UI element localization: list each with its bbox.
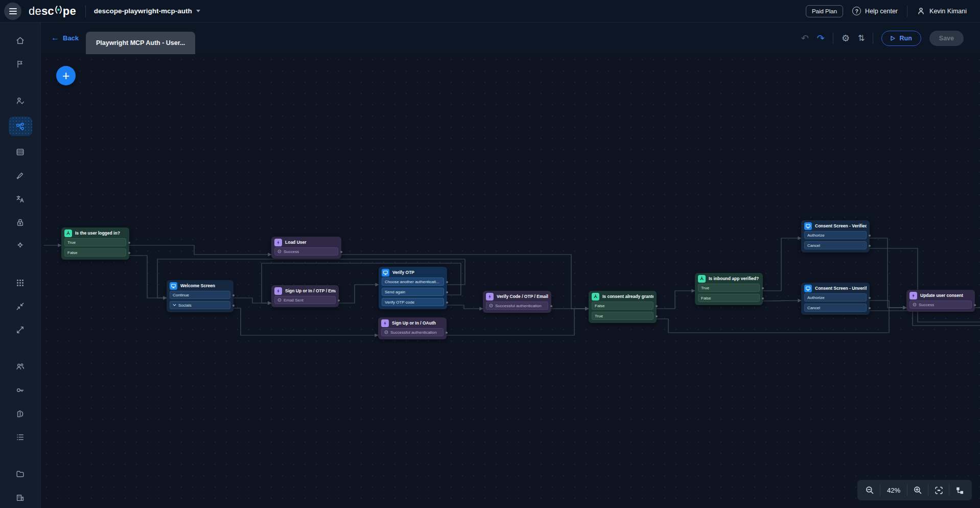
redo-icon[interactable]: ↷	[817, 34, 825, 43]
flow-node-consent-unverified[interactable]: Consent Screen - Unverified AppAuthorize…	[801, 283, 870, 315]
flow-canvas[interactable]: + 42% Is the user logged in?TrueFalseLoa…	[41, 54, 980, 508]
sidebar-item-authentication[interactable]	[9, 93, 32, 108]
sidebar	[0, 22, 41, 508]
node-row[interactable]: Socials	[170, 301, 230, 309]
branch-icon	[699, 276, 705, 282]
project-selector[interactable]: descope-playwright-mcp-auth	[94, 7, 200, 15]
flow-node-update-consent[interactable]: Update user consentSuccess	[906, 290, 975, 312]
help-center-button[interactable]: ? Help center	[852, 7, 898, 15]
sidebar-item-logs[interactable]	[9, 429, 32, 445]
node-row[interactable]: Authorize	[804, 231, 867, 239]
node-row[interactable]: Cancel	[804, 304, 867, 312]
zoom-out-icon[interactable]	[859, 480, 880, 500]
sidebar-item-security[interactable]	[9, 215, 32, 230]
arrows-inward-icon	[15, 302, 25, 311]
screen-node-icon	[170, 282, 177, 290]
flow-node-welcome[interactable]: Welcome ScreenContinueSocials	[167, 280, 234, 312]
action-node-icon	[274, 287, 282, 295]
action-node-icon	[274, 239, 282, 246]
save-button[interactable]: Save	[929, 31, 964, 46]
node-row[interactable]: Choose another authenticati...	[382, 278, 444, 286]
flow-tab[interactable]: Playwright MCP Auth - User...	[86, 32, 195, 54]
node-row[interactable]: Send again	[382, 288, 444, 296]
node-title: Consent Screen - Verified App	[815, 223, 867, 228]
arrow-expand-icon	[15, 325, 25, 335]
home-icon	[15, 36, 25, 45]
user-menu[interactable]: Kevin Kimani	[917, 7, 967, 15]
sidebar-item-sso-setup[interactable]	[9, 298, 32, 314]
node-row[interactable]: False	[698, 294, 760, 302]
sidebar-item-home[interactable]	[9, 33, 32, 48]
undo-icon[interactable]: ↶	[801, 34, 809, 43]
node-row[interactable]: True	[698, 284, 760, 292]
back-button[interactable]: ← Back	[51, 34, 79, 42]
sidebar-item-audit[interactable]	[9, 406, 32, 421]
flow-node-verify-code[interactable]: Verify Code / OTP / EmailSuccessful auth…	[483, 291, 551, 313]
sidebar-item-styles[interactable]	[9, 168, 32, 183]
sidebar-item-flows[interactable]	[9, 117, 32, 136]
sidebar-item-applications[interactable]	[9, 275, 32, 290]
paid-plan-button[interactable]: Paid Plan	[806, 5, 843, 17]
import-export-icon[interactable]: ⇅	[858, 34, 865, 42]
branch-icon	[65, 230, 71, 236]
node-row[interactable]: False	[64, 248, 126, 257]
check-circle-icon	[489, 304, 493, 308]
add-node-button[interactable]: +	[56, 66, 76, 85]
node-row[interactable]: True	[592, 312, 654, 320]
help-center-label: Help center	[865, 8, 898, 15]
logo-text: sc	[41, 5, 54, 18]
flow-edge	[763, 238, 801, 291]
folder-icon	[15, 469, 25, 479]
settings-gear-icon[interactable]: ⚙	[842, 34, 850, 43]
sidebar-item-users[interactable]	[9, 359, 32, 374]
sidebar-item-connectors[interactable]	[9, 238, 32, 253]
sidebar-group	[9, 33, 32, 72]
flow-node-signup-oauth[interactable]: Sign Up or In / OAuthSuccessful authenti…	[378, 317, 447, 339]
node-row[interactable]: Continue	[170, 291, 230, 299]
auto-layout-icon[interactable]	[949, 480, 970, 500]
zoom-in-icon[interactable]	[907, 480, 928, 500]
flow-node-consent-granted[interactable]: Is consent already granted?FalseTrue	[589, 291, 657, 323]
sidebar-item-project[interactable]	[9, 466, 32, 481]
node-row[interactable]: Verify OTP code	[382, 298, 444, 306]
flow-edge	[870, 301, 906, 308]
sidebar-item-getting-started[interactable]	[9, 56, 32, 72]
node-row[interactable]: False	[592, 302, 654, 310]
node-row-label: True	[595, 314, 603, 318]
zoom-level[interactable]: 42%	[880, 487, 907, 494]
run-button[interactable]: Run	[881, 31, 921, 46]
node-row[interactable]: Success	[274, 247, 338, 256]
sidebar-item-access-keys[interactable]	[9, 382, 32, 398]
node-row-label: Successful authentication	[495, 304, 542, 308]
node-row[interactable]: Authorize	[804, 293, 867, 302]
fit-to-screen-icon[interactable]	[928, 480, 949, 500]
chevron-down-icon	[196, 10, 200, 12]
node-row[interactable]: Cancel	[804, 241, 867, 249]
node-row[interactable]: Success	[909, 301, 972, 309]
node-row-label: True	[701, 286, 709, 290]
node-row[interactable]: Successful authentication	[486, 302, 548, 310]
hamburger-menu-icon[interactable]	[4, 3, 21, 20]
flow-node-load-user[interactable]: Load UserSuccess	[271, 237, 341, 259]
flow-node-inbound-verified[interactable]: Is inbound app verified?TrueFalse	[695, 273, 763, 305]
flow-node-signup-otp[interactable]: Sign Up or In / OTP / EmailEmail Sent	[271, 285, 339, 307]
flow-node-logged-in[interactable]: Is the user logged in?TrueFalse	[61, 227, 129, 260]
node-row-label: Success	[284, 249, 299, 254]
sidebar-item-localization[interactable]	[9, 191, 32, 206]
sidebar-item-company[interactable]	[9, 490, 32, 505]
node-row[interactable]: True	[64, 238, 126, 246]
check-circle-icon	[913, 303, 917, 307]
play-icon	[891, 36, 895, 41]
node-row[interactable]: Email Sent	[274, 296, 336, 304]
node-header: Sign Up or In / OTP / Email	[271, 285, 339, 296]
flow-node-verify-otp[interactable]: Verify OTPChoose another authenticati...…	[379, 267, 447, 309]
users-icon	[15, 362, 25, 372]
sidebar-item-tables[interactable]	[9, 144, 32, 159]
sidebar-item-federated-apps[interactable]	[9, 322, 32, 337]
list-icon	[15, 432, 25, 442]
node-row[interactable]: Successful authentication	[381, 328, 444, 336]
flow-toolbar: ← Back Playwright MCP Auth - User... ↶ ↷…	[41, 22, 980, 54]
flow-node-consent-verified[interactable]: Consent Screen - Verified AppAuthorizeCa…	[801, 220, 870, 252]
node-header: Load User	[271, 237, 341, 247]
node-row-label: Choose another authenticati...	[385, 280, 439, 284]
